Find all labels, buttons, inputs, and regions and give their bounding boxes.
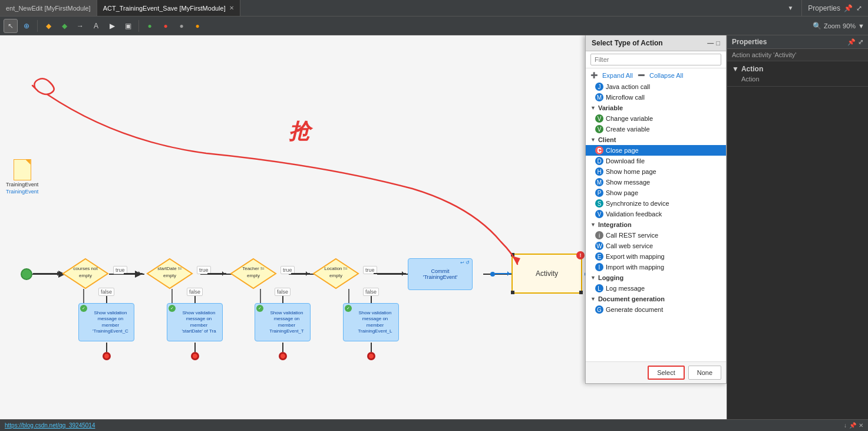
status-arrow-icon[interactable]: ↓ [844,422,847,429]
arrow-commit-activity [495,273,511,274]
collapse-all-icon: ➖ [638,72,645,79]
tree-item-java-action[interactable]: J Java action call [586,81,726,92]
properties-pin-btn[interactable]: 📌 [847,38,856,46]
gen-doc-icon: G [595,305,603,314]
pan-tool-button[interactable]: ⊕ [19,19,34,33]
select-button[interactable]: Select [648,366,685,380]
shape-right-arrow[interactable]: ▶ [105,19,119,33]
properties-expand-icon[interactable]: ⤢ [856,4,862,12]
tab-newediit[interactable]: ent_NewEdit [MyFirstModule] [0,0,97,16]
properties-tab-label: Properties [808,4,840,12]
tree-item-sync-device[interactable]: S Synchronize to device [586,198,726,209]
status-link[interactable]: https://blog.csdn.net/qq_39245014 [5,422,95,429]
tab-bar: ent_NewEdit [MyFirstModule] ACT_Training… [0,0,868,17]
microflow-icon: M [595,93,603,101]
tab-dropdown-icon[interactable]: ▼ [785,4,796,12]
tree-item-create-var[interactable]: V Create variable [586,124,726,134]
status-icons: ↓ 📌 ✕ [844,422,863,429]
validation-box-1[interactable]: ✓ Show validationmessage onmember'Traini… [78,303,134,341]
canvas-area[interactable]: 抢 TrainingEvent TrainingEvent courses no… [0,35,727,419]
tree-item-call-web[interactable]: W Call web service [586,241,726,251]
tab-bar-end: ▼ [785,4,799,12]
circle-red-button[interactable]: ● [159,19,173,33]
shape-diamond-green[interactable]: ◆ [57,19,71,33]
call-rest-icon: i [595,231,603,239]
tree-category-logging[interactable]: ▼ Logging [586,272,726,283]
tab-label: ACT_TrainingEvent_Save [MyFirstModule] [103,5,226,12]
sync-device-icon: S [595,199,603,208]
diamond-teacher[interactable]: Teacher != empty [230,258,277,289]
false-branch-1: false ✓ Show validationmessage onmember'… [78,288,134,360]
expand-all-label[interactable]: Expand All [602,72,633,79]
validation-box-4[interactable]: ✓ Show validationmessage onmemberTrainin… [343,303,399,341]
circle-green-button[interactable]: ● [143,19,157,33]
shape-arrow[interactable]: → [73,19,87,33]
validation-text-4: Show validationmessage onmemberTrainingE… [350,310,392,335]
dialog-title-text: Select Type of Action [592,39,663,47]
circle-orange-button[interactable]: ● [190,19,204,33]
section-expand-icon[interactable]: ▼ [732,65,739,73]
tree-item-gen-doc[interactable]: G Generate document [586,304,726,315]
tree-item-log-message[interactable]: L Log message [586,283,726,294]
tree-item-show-home[interactable]: H Show home page [586,166,726,177]
tree-item-download-file[interactable]: D Download file [586,156,726,166]
diamond-courses[interactable]: courses not empty [62,258,109,289]
circle-gray-button[interactable]: ● [174,19,189,33]
shape-square[interactable]: ▣ [121,19,135,33]
zoom-icon: 🔍 [813,22,821,30]
zoom-dropdown-icon[interactable]: ▼ [858,22,864,29]
tree-item-call-rest[interactable]: i Call REST service [586,230,726,241]
label-false-1: false [98,288,114,296]
svg-text:Teacher !=: Teacher != [242,266,265,271]
tree-item-close-page[interactable]: C Close page [586,145,726,156]
svg-text:抢: 抢 [289,119,313,143]
none-button[interactable]: None [688,366,721,380]
commit-box[interactable]: ↩ ↺ Commit'TrainingEvent' [408,258,473,290]
tab-close-icon[interactable]: ✕ [229,5,234,11]
show-page-icon: P [595,189,603,197]
collapse-all-label[interactable]: Collapse All [649,72,683,79]
docgen-collapse-icon: ▼ [590,296,596,302]
download-file-icon: D [595,157,603,165]
dialog-maximize-icon[interactable]: □ [716,40,720,47]
properties-expand-btn[interactable]: ⤢ [858,38,863,46]
tree-category-docgen[interactable]: ▼ Document generation [586,294,726,304]
tree-item-show-message[interactable]: M Show message [586,177,726,187]
tree-category-variable[interactable]: ▼ Variable [586,103,726,113]
dialog-minimize-icon[interactable]: — [707,40,714,47]
status-pin-icon[interactable]: 📌 [849,422,856,429]
properties-pin-icon[interactable]: 📌 [844,4,853,12]
handle-tl [511,253,514,256]
variable-collapse-icon: ▼ [590,105,596,111]
status-close-icon[interactable]: ✕ [859,422,863,429]
tree-item-change-var[interactable]: V Change variable [586,113,726,124]
action-dialog: Select Type of Action — □ ➕ Expand All ➖… [585,35,727,384]
tree-category-client[interactable]: ▼ Client [586,134,726,145]
shape-text[interactable]: A [89,19,103,33]
activity-box[interactable]: ! Activity [511,254,582,294]
diamond-startdate[interactable]: startDate != empty [146,258,193,289]
select-tool-button[interactable]: ↖ [4,19,18,33]
show-home-icon: H [595,167,603,176]
filter-input[interactable] [590,54,721,65]
shape-diamond-yellow[interactable]: ◆ [41,19,55,33]
validation-box-3[interactable]: ✓ Show validationmessage onmemberTrainin… [255,303,311,341]
validation-box-2[interactable]: ✓ Show validationmessage onmember'startD… [167,303,223,341]
change-var-icon: V [595,114,603,123]
section-label: Action [741,65,763,73]
end-circle-2 [191,352,199,360]
tab-label: ent_NewEdit [MyFirstModule] [6,5,91,12]
tab-save[interactable]: ACT_TrainingEvent_Save [MyFirstModule] ✕ [97,0,240,16]
validation-text-3: Show validationmessage onmemberTrainingE… [261,310,303,335]
label-false-3: false [275,288,291,296]
tree-category-integration[interactable]: ▼ Integration [586,219,726,230]
dialog-tree: ➕ Expand All ➖ Collapse All J Java actio… [586,68,726,361]
tree-item-validation[interactable]: V Validation feedback [586,209,726,219]
tree-item-show-page[interactable]: P Show page [586,187,726,198]
dialog-footer: Select None [586,361,726,383]
tree-item-microflow[interactable]: M Microflow call [586,92,726,103]
false-branch-2: false ✓ Show validationmessage onmember'… [167,288,223,360]
diamond-location[interactable]: Location != empty [312,258,359,289]
tree-item-import[interactable]: I Import with mapping [586,262,726,272]
tree-item-export[interactable]: E Export with mapping [586,251,726,262]
